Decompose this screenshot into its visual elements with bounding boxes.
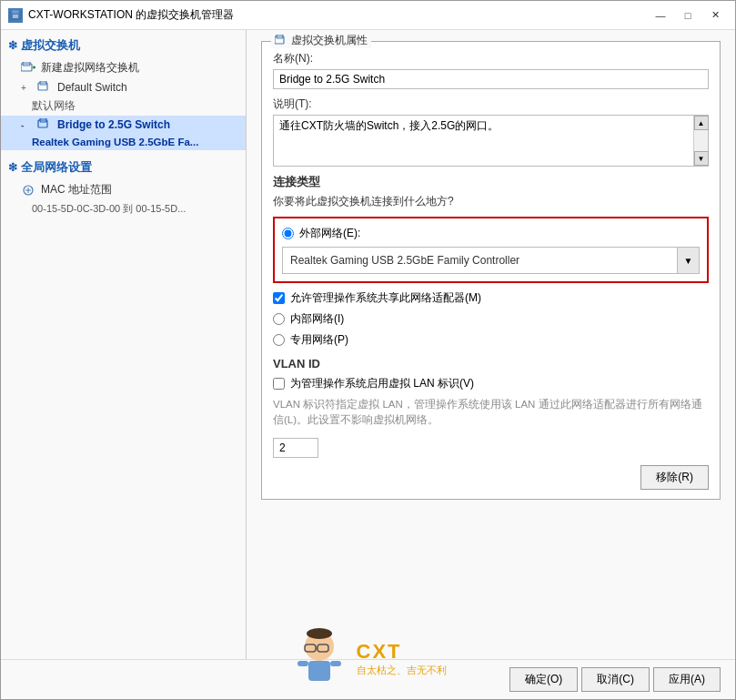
sidebar-item-mac-range[interactable]: MAC 地址范围 bbox=[1, 179, 246, 200]
new-switch-icon bbox=[21, 62, 35, 75]
svg-rect-1 bbox=[12, 10, 19, 14]
remove-btn-row: 移除(R) bbox=[273, 465, 709, 490]
connection-type-section: 连接类型 你要将此虚拟交换机连接到什么地方? 外部网络(E): Realtek … bbox=[273, 174, 709, 348]
remove-button[interactable]: 移除(R) bbox=[640, 465, 709, 490]
bottom-bar: CXT 自太枯之、吉无不利 确定(O) 取消(C) 应用(A) bbox=[1, 659, 735, 699]
private-network-label: 专用网络(P) bbox=[290, 332, 348, 348]
sidebar: ❇ 虚拟交换机 新建虚拟网络交换机 + Default Switch bbox=[1, 30, 247, 659]
sidebar-item-default-switch[interactable]: + Default Switch bbox=[1, 78, 246, 96]
svg-rect-22 bbox=[308, 661, 330, 681]
collapse-icon-1: ❇ bbox=[8, 39, 17, 52]
allow-mgmt-row: 允许管理操作系统共享此网络适配器(M) bbox=[273, 290, 709, 306]
mac-range-value: 00-15-5D-0C-3D-00 到 00-15-5D... bbox=[1, 200, 246, 218]
default-switch-icon bbox=[37, 81, 52, 94]
vlan-desc: VLAN 标识符指定虚拟 LAN，管理操作系统使用该 LAN 通过此网络适配器进… bbox=[273, 397, 709, 429]
minimize-button[interactable]: — bbox=[648, 6, 673, 25]
internal-network-label: 内部网络(I) bbox=[290, 311, 344, 327]
window-controls: — □ ✕ bbox=[648, 6, 728, 25]
mascot-text: CXT 自太枯之、吉无不利 bbox=[357, 640, 447, 677]
sidebar-item-new-switch[interactable]: 新建虚拟网络交换机 bbox=[1, 57, 246, 78]
sidebar-section-label-2: 全局网络设置 bbox=[21, 159, 92, 176]
apply-button[interactable]: 应用(A) bbox=[653, 667, 721, 692]
default-switch-label: Default Switch bbox=[57, 81, 127, 94]
title-bar-left: CXT-WORKSTATION 的虚拟交换机管理器 bbox=[8, 7, 234, 23]
connection-type-label: 连接类型 bbox=[273, 174, 709, 190]
bridge-switch-sub: Realtek Gaming USB 2.5GbE Fa... bbox=[32, 137, 198, 147]
external-network-radio-row: 外部网络(E): bbox=[282, 226, 700, 241]
collapse-icon-2: ❇ bbox=[8, 161, 17, 174]
mac-range-label: MAC 地址范围 bbox=[41, 182, 112, 198]
group-title-icon bbox=[275, 35, 287, 47]
bridge-switch-icon bbox=[37, 118, 52, 131]
main-content: ❇ 虚拟交换机 新建虚拟网络交换机 + Default Switch bbox=[1, 30, 735, 659]
private-network-radio[interactable] bbox=[273, 334, 285, 346]
scroll-up-arrow[interactable]: ▲ bbox=[694, 116, 709, 130]
svg-rect-23 bbox=[297, 661, 308, 666]
mascot-figure bbox=[290, 626, 349, 690]
right-panel: 虚拟交换机属性 名称(N): 说明(T): 通往CXT防火墙的Switch，接入… bbox=[247, 30, 735, 659]
group-title-text: 虚拟交换机属性 bbox=[291, 33, 368, 48]
sidebar-item-default-sub[interactable]: 默认网络 bbox=[1, 96, 246, 116]
connection-question: 你要将此虚拟交换机连接到什么地方? bbox=[273, 194, 709, 209]
vlan-input[interactable] bbox=[273, 438, 318, 458]
internal-network-radio[interactable] bbox=[273, 313, 285, 325]
properties-group: 虚拟交换机属性 名称(N): 说明(T): 通往CXT防火墙的Switch，接入… bbox=[261, 41, 721, 500]
sidebar-section-label-1: 虚拟交换机 bbox=[21, 37, 80, 54]
notes-textarea[interactable]: 通往CXT防火墙的Switch，接入2.5G的网口。 bbox=[274, 116, 693, 166]
vlan-section: VLAN ID 为管理操作系统启用虚拟 LAN 标识(V) VLAN 标识符指定… bbox=[273, 357, 709, 458]
main-window: CXT-WORKSTATION 的虚拟交换机管理器 — □ ✕ ❇ 虚拟交换机 bbox=[0, 0, 736, 700]
name-input[interactable] bbox=[273, 69, 709, 89]
mascot-slogan: 自太枯之、吉无不利 bbox=[357, 664, 447, 677]
notes-label: 说明(T): bbox=[273, 96, 709, 112]
title-bar: CXT-WORKSTATION 的虚拟交换机管理器 — □ ✕ bbox=[1, 1, 735, 30]
allow-mgmt-label: 允许管理操作系统共享此网络适配器(M) bbox=[290, 290, 481, 306]
svg-rect-24 bbox=[330, 661, 341, 666]
group-title: 虚拟交换机属性 bbox=[271, 33, 371, 48]
window-title: CXT-WORKSTATION 的虚拟交换机管理器 bbox=[28, 7, 234, 23]
mascot-brand: CXT bbox=[357, 640, 447, 664]
notes-textarea-wrapper: 通往CXT防火墙的Switch，接入2.5G的网口。 ▲ ▼ bbox=[273, 115, 709, 167]
dropdown-arrow-icon[interactable]: ▼ bbox=[677, 248, 699, 273]
sidebar-item-bridge-switch[interactable]: - Bridge to 2.5G Switch bbox=[1, 116, 246, 134]
name-field-row: 名称(N): bbox=[273, 51, 709, 89]
external-network-label: 外部网络(E): bbox=[299, 226, 360, 241]
sidebar-item-bridge-sub[interactable]: Realtek Gaming USB 2.5GbE Fa... bbox=[1, 134, 246, 150]
vlan-checkbox[interactable] bbox=[273, 378, 285, 390]
maximize-button[interactable]: □ bbox=[675, 6, 701, 25]
default-switch-sub: 默认网络 bbox=[32, 99, 76, 113]
cancel-button[interactable]: 取消(C) bbox=[581, 667, 650, 692]
new-switch-label: 新建虚拟网络交换机 bbox=[41, 60, 139, 76]
expand-icon-default: + bbox=[21, 83, 32, 93]
svg-point-18 bbox=[307, 628, 332, 639]
app-icon bbox=[8, 8, 23, 23]
name-label: 名称(N): bbox=[273, 51, 709, 66]
mascot-area: CXT 自太枯之、吉无不利 bbox=[290, 626, 447, 690]
sidebar-section-global-network[interactable]: ❇ 全局网络设置 bbox=[1, 156, 246, 179]
external-network-highlight: 外部网络(E): Realtek Gaming USB 2.5GbE Famil… bbox=[273, 217, 709, 283]
ok-button[interactable]: 确定(O) bbox=[509, 667, 578, 692]
notes-field-row: 说明(T): 通往CXT防火墙的Switch，接入2.5G的网口。 ▲ ▼ bbox=[273, 96, 709, 167]
allow-mgmt-checkbox[interactable] bbox=[273, 292, 285, 304]
vlan-section-label: VLAN ID bbox=[273, 357, 709, 370]
private-network-radio-row: 专用网络(P) bbox=[273, 332, 709, 348]
sidebar-section-virtual-switch[interactable]: ❇ 虚拟交换机 bbox=[1, 34, 246, 57]
textarea-scrollbar: ▲ ▼ bbox=[693, 116, 708, 166]
internal-network-radio-row: 内部网络(I) bbox=[273, 311, 709, 327]
vlan-checkbox-label: 为管理操作系统启用虚拟 LAN 标识(V) bbox=[290, 376, 474, 391]
adapter-dropdown[interactable]: Realtek Gaming USB 2.5GbE Family Control… bbox=[282, 247, 700, 274]
close-button[interactable]: ✕ bbox=[702, 6, 728, 25]
mac-icon bbox=[21, 184, 35, 197]
scroll-down-arrow[interactable]: ▼ bbox=[694, 151, 709, 166]
vlan-checkbox-row: 为管理操作系统启用虚拟 LAN 标识(V) bbox=[273, 376, 709, 391]
adapter-value: Realtek Gaming USB 2.5GbE Family Control… bbox=[283, 250, 677, 270]
bridge-switch-label: Bridge to 2.5G Switch bbox=[57, 118, 170, 131]
expand-icon-bridge: - bbox=[21, 120, 32, 130]
external-network-radio[interactable] bbox=[282, 228, 294, 239]
